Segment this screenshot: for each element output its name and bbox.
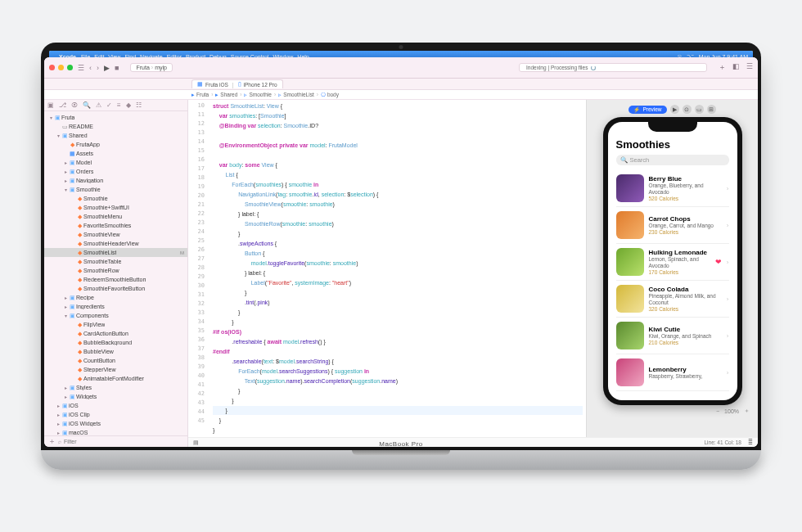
preview-badge[interactable]: ⚡ Preview [629,106,666,114]
smoothie-row[interactable]: LemonberryRaspberry, Strawberry,› [616,354,729,391]
breakpoint-nav-icon[interactable]: ◆ [126,101,131,109]
editor-options-icon[interactable]: ≣ [748,440,753,444]
report-nav-icon[interactable]: ☷ [136,101,142,109]
tree-item-styles[interactable]: ▸▣Styles [49,383,187,392]
preview-search-field[interactable]: 🔍 Search [616,155,729,165]
tree-item-smoothiefavoritebutton[interactable]: ◆SmoothieFavoriteButton [49,284,187,293]
disclosure-icon[interactable]: ▾ [62,313,69,318]
tree-item-smoothielist[interactable]: ◆SmoothieListM [49,248,187,257]
device-settings-icon[interactable]: ▭ [695,105,704,114]
navigator-toggle-icon[interactable]: ☰ [78,64,84,72]
tree-item-navigation[interactable]: ▸▣Navigation [49,176,187,185]
crumb-fruta[interactable]: ▸Fruta [191,92,209,98]
smoothie-row[interactable]: Coco ColadaPineapple, Almond Milk, and C… [616,281,729,318]
tree-item-cardactionbutton[interactable]: ◆CardActionButton [49,329,187,338]
library-icon[interactable]: ◧ [732,62,740,73]
tree-item-fruta[interactable]: ▾▣Fruta [49,113,187,122]
tree-item-ingredients[interactable]: ▸▣Ingredients [49,302,187,311]
tree-item-flipview[interactable]: ◆FlipView [49,320,187,329]
disclosure-icon[interactable]: ▸ [55,430,61,435]
zoom-out-icon[interactable]: − [716,408,719,414]
scheme-selector[interactable]: Fruta › myip [130,63,172,72]
variants-icon[interactable]: ⊞ [707,105,716,114]
disclosure-icon[interactable]: ▸ [62,160,69,165]
tree-item-animatablefontmodifier[interactable]: ◆AnimatableFontModifier [49,374,187,383]
smoothie-row[interactable]: Berry BlueOrange, Blueberry, and Avocado… [616,170,729,207]
tree-item-orders[interactable]: ▸▣Orders [49,167,187,176]
disclosure-icon[interactable]: ▾ [55,133,61,138]
stop-button[interactable]: ■ [115,64,119,72]
pin-icon[interactable]: ⊙ [683,105,692,114]
inspectors-toggle-icon[interactable]: ☰ [746,62,753,73]
source-code[interactable]: struct SmoothieList: View { var smoothie… [210,100,586,437]
tree-item-widgets[interactable]: ▸▣Widgets [49,392,187,401]
minimize-button[interactable] [58,65,64,70]
test-nav-icon[interactable]: ✓ [106,101,112,109]
tree-item-assets[interactable]: ▦Assets [49,149,187,158]
disclosure-icon[interactable]: ▸ [55,421,61,426]
jump-bar[interactable]: ▸Fruta›▸Shared›▹Smoothie›▹SmoothieList›⎔… [49,90,753,100]
tree-item-frutaapp[interactable]: ◆FrutaApp [49,140,187,149]
tree-item-bubblebackground[interactable]: ◆BubbleBackground [49,338,187,347]
disclosure-icon[interactable]: ▸ [62,394,69,399]
tree-item-ios[interactable]: ▸▣iOS [49,401,187,410]
tree-item-shared[interactable]: ▾▣Shared [49,131,187,140]
tree-item-ios-widgets[interactable]: ▸▣iOS Widgets [49,419,187,428]
issue-nav-icon[interactable]: ⚠ [96,101,101,109]
smoothie-row[interactable]: Kiwi CutieKiwi, Orange, and Spinach210 C… [616,318,729,354]
tree-item-favoritesmoothies[interactable]: ◆FavoriteSmoothies [49,221,187,230]
source-editor[interactable]: 1011121314151617181920212223242526272829… [188,100,586,437]
tab-active[interactable]: ▦ Fruta iOS | ▯ iPhone 12 Pro [191,79,283,88]
disclosure-icon[interactable]: ▸ [62,178,69,183]
crumb-smoothie[interactable]: ▹Smoothie [244,92,271,98]
close-button[interactable] [49,65,55,70]
back-icon[interactable]: ‹ [89,64,92,72]
smoothie-row[interactable]: Carrot ChopsOrange, Carrot, and Mango230… [616,207,729,244]
symbol-nav-icon[interactable]: ⦿ [71,101,78,109]
tree-item-smoothie[interactable]: ◆Smoothie [49,194,187,203]
crumb-smoothielist[interactable]: ▹SmoothieList [278,92,314,98]
tree-item-smoothieheaderview[interactable]: ◆SmoothieHeaderView [49,239,187,248]
disclosure-icon[interactable]: ▸ [62,169,69,174]
find-nav-icon[interactable]: 🔍 [83,101,91,109]
tree-item-smoothiemenu[interactable]: ◆SmoothieMenu [49,212,187,221]
tree-item-components[interactable]: ▾▣Components [49,311,187,320]
run-button[interactable]: ▶ [104,64,110,72]
live-button[interactable]: ▶ [670,105,679,114]
source-control-nav-icon[interactable]: ⎇ [59,101,66,109]
smoothie-list[interactable]: Berry BlueOrange, Blueberry, and Avocado… [613,170,732,391]
zoom-level[interactable]: 100% [724,408,739,414]
smoothie-row[interactable]: Hulking LemonadeLemon, Spinach, and Avoc… [616,244,729,281]
disclosure-icon[interactable]: ▸ [62,295,69,300]
forward-icon[interactable]: › [97,64,99,72]
zoom-in-icon[interactable]: ＋ [744,407,750,415]
tree-item-bubbleview[interactable]: ◆BubbleView [49,347,187,356]
crumb-body[interactable]: ⎔body [321,92,339,98]
tree-item-smoothie[interactable]: ▾▣Smoothie [49,185,187,194]
tree-item-model[interactable]: ▸▣Model [49,158,187,167]
tree-item-macos[interactable]: ▸▣macOS [49,428,187,435]
crumb-shared[interactable]: ▸Shared [215,92,237,98]
tree-item-smoothierow[interactable]: ◆SmoothieRow [49,266,187,275]
disclosure-icon[interactable]: ▸ [55,412,61,417]
debug-nav-icon[interactable]: ≡ [117,101,121,109]
tree-item-smoothieview[interactable]: ◆SmoothieView [49,230,187,239]
tree-item-smoothietable[interactable]: ◆SmoothieTable [49,257,187,266]
disclosure-icon[interactable]: ▸ [55,403,61,408]
zoom-button[interactable] [67,65,73,70]
add-icon[interactable]: ＋ [719,62,726,73]
tree-item-smoothie-swiftui[interactable]: ◆Smoothie+SwiftUI [49,203,187,212]
disclosure-icon[interactable]: ▸ [62,385,69,390]
minimap-icon[interactable]: ▤ [193,440,199,444]
tree-item-stepperview[interactable]: ◆StepperView [49,365,187,374]
filter-input[interactable] [64,439,183,444]
disclosure-icon[interactable]: ▾ [62,187,69,192]
tree-item-redeemsmoothiebutton[interactable]: ◆RedeemSmoothieButton [49,275,187,284]
tree-item-recipe[interactable]: ▸▣Recipe [49,293,187,302]
tree-item-ios-clip[interactable]: ▸▣iOS Clip [49,410,187,419]
tree-item-readme[interactable]: ▭README [49,122,187,131]
device-screen[interactable]: Smoothies 🔍 Search Berry BlueOrange, Blu… [608,122,737,400]
disclosure-icon[interactable]: ▸ [62,304,69,309]
add-file-icon[interactable]: ＋ [49,436,56,444]
project-nav-icon[interactable]: ▣ [49,101,54,109]
